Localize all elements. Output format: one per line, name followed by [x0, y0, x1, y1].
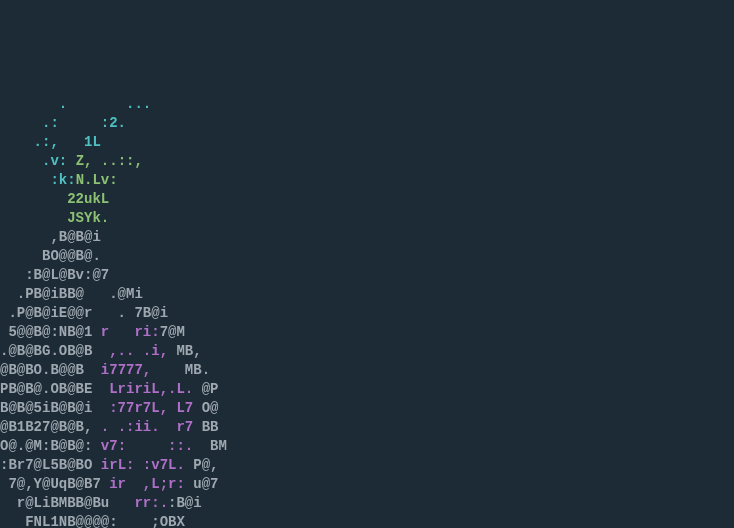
art-line: 5@@B@:NB@1 — [0, 324, 101, 340]
art-line: irL: :v7L. — [101, 457, 185, 473]
art-line: rr:. — [134, 495, 168, 511]
art-line: ,B@B@i — [0, 229, 101, 245]
art-line: 7@,Y@UqB@B7 — [0, 476, 109, 492]
art-line: @B@BO.B@@B — [0, 362, 101, 378]
art-line: :77r7L, L7 — [109, 400, 193, 416]
art-line: @P — [193, 381, 218, 397]
art-line: @B1B27@B@B, — [0, 419, 101, 435]
art-line: O@ — [193, 400, 218, 416]
art-line: Z, ..::, — [76, 153, 143, 169]
art-line: BM — [193, 438, 227, 454]
art-line: BB — [193, 419, 218, 435]
art-line: .:, 1L — [0, 134, 101, 150]
art-line: FNL1NB@@@@: ;OBX — [0, 514, 185, 528]
art-line: B@B@5iB@B@i — [0, 400, 109, 416]
art-line: .v: — [0, 153, 76, 169]
art-line: LririL,.L. — [109, 381, 193, 397]
art-line: MB. — [151, 362, 210, 378]
art-line: .P@B@iE@@r . 7B@i — [0, 305, 168, 321]
art-line: 7@M — [160, 324, 185, 340]
art-line: :B@L@Bv:@7 — [0, 267, 109, 283]
art-line: ,.. .i, — [109, 343, 168, 359]
art-line: JSYk. — [0, 210, 109, 226]
art-line: .: :2. — [0, 115, 126, 131]
art-line: N.Lv: — [76, 172, 118, 188]
art-line: :B@i — [168, 495, 202, 511]
art-line: MB, — [168, 343, 202, 359]
terminal-output: . ... .: :2. .:, 1L .v: Z, ..::, :k:N.Lv… — [0, 76, 734, 528]
art-line: i7777, — [101, 362, 151, 378]
art-line: P@, — [185, 457, 219, 473]
art-line: :k: — [0, 172, 76, 188]
art-line: .PB@iBB@ .@Mi — [0, 286, 143, 302]
art-line: 22ukL — [0, 191, 109, 207]
art-line: BO@@B@. — [0, 248, 101, 264]
art-line: . .:ii. r7 — [101, 419, 193, 435]
art-line: . ... — [0, 96, 151, 112]
art-line: :Br7@L5B@BO — [0, 457, 101, 473]
art-line: u@7 — [185, 476, 219, 492]
art-line: r@LiBMBB@Bu — [0, 495, 134, 511]
art-line: ir ,L;r: — [109, 476, 185, 492]
art-line: v7: ::. — [101, 438, 193, 454]
art-line: r ri: — [101, 324, 160, 340]
art-line: .@B@BG.OB@B — [0, 343, 109, 359]
art-line: O@.@M:B@B@: — [0, 438, 101, 454]
art-line: PB@B@.OB@BE — [0, 381, 109, 397]
